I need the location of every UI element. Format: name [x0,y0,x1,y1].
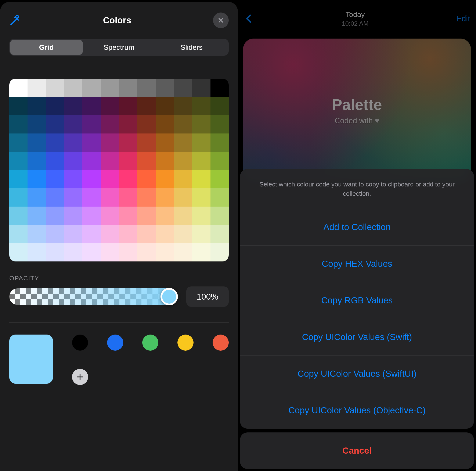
color-swatch[interactable] [174,170,192,188]
color-swatch[interactable] [101,225,119,243]
tab-spectrum[interactable]: Spectrum [83,43,155,52]
color-swatch[interactable] [137,188,155,207]
color-swatch[interactable] [64,188,82,207]
color-swatch[interactable] [46,225,64,243]
recent-color-chip[interactable] [142,334,158,351]
color-swatch[interactable] [156,243,174,262]
color-swatch[interactable] [156,97,174,115]
color-swatch[interactable] [137,115,155,134]
color-swatch[interactable] [137,243,155,262]
recent-color-chip[interactable] [107,334,123,351]
color-swatch[interactable] [9,225,28,243]
color-grid[interactable] [9,79,229,262]
color-swatch[interactable] [28,188,46,207]
color-swatch[interactable] [174,97,192,115]
color-swatch[interactable] [119,134,137,152]
eyedropper-icon[interactable] [9,14,21,26]
color-swatch[interactable] [64,115,82,134]
color-swatch[interactable] [101,79,119,97]
color-swatch[interactable] [192,97,210,115]
color-swatch[interactable] [174,188,192,207]
color-swatch[interactable] [46,115,64,134]
color-swatch[interactable] [82,170,101,188]
color-swatch[interactable] [28,79,46,97]
color-swatch[interactable] [119,79,137,97]
action-sheet-item[interactable]: Copy HEX Values [240,245,474,282]
color-swatch[interactable] [64,152,82,170]
color-swatch[interactable] [156,152,174,170]
color-swatch[interactable] [119,243,137,262]
recent-color-chip[interactable] [72,334,88,351]
color-swatch[interactable] [210,207,229,225]
opacity-value-field[interactable]: 100% [186,286,229,307]
color-swatch[interactable] [28,225,46,243]
color-swatch[interactable] [101,152,119,170]
color-swatch[interactable] [46,79,64,97]
color-swatch[interactable] [28,243,46,262]
tab-sliders[interactable]: Sliders [155,43,228,52]
color-swatch[interactable] [137,97,155,115]
color-swatch[interactable] [9,243,28,262]
color-swatch[interactable] [210,115,229,134]
color-swatch[interactable] [9,188,28,207]
color-swatch[interactable] [137,134,155,152]
color-swatch[interactable] [156,207,174,225]
color-swatch[interactable] [64,207,82,225]
color-swatch[interactable] [192,115,210,134]
color-swatch[interactable] [210,152,229,170]
color-swatch[interactable] [174,225,192,243]
color-swatch[interactable] [28,207,46,225]
color-swatch[interactable] [82,225,101,243]
color-swatch[interactable] [210,188,229,207]
color-swatch[interactable] [46,170,64,188]
color-swatch[interactable] [64,243,82,262]
color-swatch[interactable] [192,188,210,207]
color-swatch[interactable] [82,134,101,152]
current-color-preview[interactable] [9,334,53,384]
action-sheet-item[interactable]: Copy RGB Values [240,282,474,319]
color-swatch[interactable] [28,170,46,188]
color-swatch[interactable] [192,225,210,243]
color-swatch[interactable] [64,97,82,115]
color-swatch[interactable] [210,97,229,115]
color-swatch[interactable] [119,170,137,188]
color-swatch[interactable] [9,97,28,115]
color-swatch[interactable] [64,170,82,188]
color-swatch[interactable] [210,243,229,262]
color-swatch[interactable] [137,170,155,188]
close-button[interactable] [213,13,229,28]
color-swatch[interactable] [137,79,155,97]
color-swatch[interactable] [101,170,119,188]
color-swatch[interactable] [137,225,155,243]
color-swatch[interactable] [64,225,82,243]
color-swatch[interactable] [192,207,210,225]
color-swatch[interactable] [210,225,229,243]
color-swatch[interactable] [82,115,101,134]
color-swatch[interactable] [82,97,101,115]
color-swatch[interactable] [210,170,229,188]
color-swatch[interactable] [101,97,119,115]
color-swatch[interactable] [174,152,192,170]
color-swatch[interactable] [46,207,64,225]
color-swatch[interactable] [174,79,192,97]
color-swatch[interactable] [46,152,64,170]
color-swatch[interactable] [192,134,210,152]
add-color-button[interactable] [72,369,88,385]
color-swatch[interactable] [9,152,28,170]
color-swatch[interactable] [174,134,192,152]
color-swatch[interactable] [192,243,210,262]
color-swatch[interactable] [101,207,119,225]
color-swatch[interactable] [119,225,137,243]
color-swatch[interactable] [192,79,210,97]
color-swatch[interactable] [156,115,174,134]
color-swatch[interactable] [210,134,229,152]
color-swatch[interactable] [46,97,64,115]
color-swatch[interactable] [192,170,210,188]
color-swatch[interactable] [46,243,64,262]
color-swatch[interactable] [9,115,28,134]
color-swatch[interactable] [119,115,137,134]
opacity-slider[interactable] [9,288,177,306]
color-swatch[interactable] [156,134,174,152]
color-swatch[interactable] [192,152,210,170]
action-sheet-item[interactable]: Copy UIColor Values (SwiftUI) [240,355,474,392]
